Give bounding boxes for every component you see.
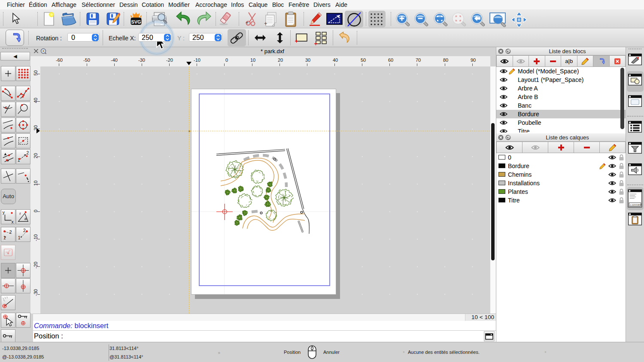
- svg-text:2: 2: [9, 230, 12, 235]
- svg-text:SVG: SVG: [131, 19, 141, 24]
- svg-text:1: 1: [18, 235, 21, 240]
- svg-text:x: x: [12, 220, 14, 224]
- svg-text:+: +: [246, 20, 249, 26]
- svg-text:2: 2: [27, 151, 29, 155]
- svg-text:2: 2: [23, 228, 26, 233]
- svg-text:y: y: [3, 210, 5, 215]
- svg-text:1: 1: [3, 235, 6, 240]
- svg-text:r: r: [20, 211, 21, 216]
- svg-text:a: a: [24, 217, 27, 221]
- svg-text:+: +: [264, 20, 267, 27]
- svg-text:c command: c command: [630, 203, 641, 206]
